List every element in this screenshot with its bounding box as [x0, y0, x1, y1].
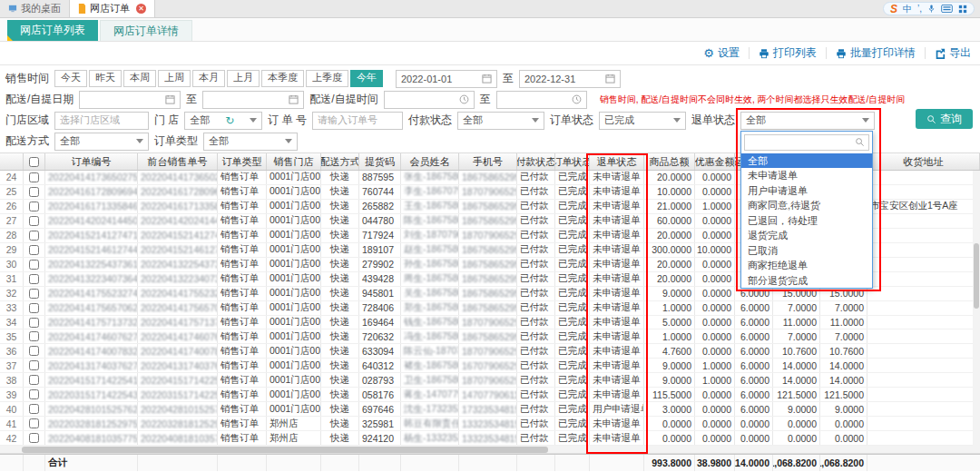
row-checkbox[interactable] — [29, 231, 39, 241]
period-button[interactable]: 本季度 — [261, 70, 304, 87]
table-row[interactable]: 3820220415171422541820220415171422541801… — [0, 373, 980, 388]
close-icon[interactable]: ✕ — [136, 4, 146, 14]
vertical-scrollbar[interactable] — [973, 171, 980, 446]
refresh-icon[interactable]: ↻ — [225, 114, 234, 127]
table-row[interactable]: 3920220315171422543420220315171422543401… — [0, 388, 980, 402]
period-button[interactable]: 上月 — [227, 70, 260, 87]
row-checkbox[interactable] — [29, 346, 39, 356]
row-checkbox[interactable] — [29, 172, 39, 182]
row-checkbox[interactable] — [29, 289, 39, 299]
table-row[interactable]: 4220220408181035775320220408181035775301… — [0, 431, 980, 446]
dropdown-option[interactable]: 部分退货完成 — [741, 273, 872, 289]
sales-date-from-input[interactable]: 2022-01-01 — [396, 70, 497, 88]
row-checkbox[interactable] — [29, 418, 39, 428]
table-row[interactable]: 3320220414175657062520220414175657062501… — [0, 301, 980, 316]
table-row[interactable]: 3520220414174607627420220414174607627401… — [0, 329, 980, 344]
export-button[interactable]: 导出 — [935, 45, 971, 61]
dropdown-option[interactable]: 商家同意,待退货 — [741, 198, 872, 213]
table-row[interactable]: 4120220328181252975020220328181252975001… — [0, 417, 980, 431]
refund-status-select[interactable]: 全部 — [740, 112, 875, 130]
order-status-select[interactable]: 已完成 — [599, 112, 686, 130]
row-checkbox[interactable] — [29, 303, 39, 313]
cell-sale: 20220416172809694101 — [138, 185, 218, 199]
table-row[interactable]: 3720220413174037627420220413174037627401… — [0, 359, 980, 373]
cell-phone: 18675865295 — [459, 258, 517, 271]
col-header-sale: 前台销售单号 — [138, 153, 218, 170]
table-row[interactable]: 3620220414174007832720220414174007832701… — [0, 344, 980, 359]
ime-toolbar[interactable]: S 中 ’, — [883, 2, 975, 15]
table-row[interactable]: 4020220428101525762520220428101525762501… — [0, 402, 980, 417]
vertical-scrollbar-thumb[interactable] — [974, 243, 979, 309]
row-checkbox[interactable] — [29, 260, 39, 270]
cell-order: 202204131740376274 — [45, 359, 138, 372]
dropdown-option[interactable]: 未申请退单 — [741, 168, 872, 183]
dropdown-option[interactable]: 已取消 — [741, 243, 872, 259]
cell-dlv: 快递 — [321, 171, 359, 184]
delivery-date-to-input[interactable] — [202, 91, 304, 109]
select-all-checkbox[interactable] — [29, 157, 39, 167]
pay-status-select[interactable]: 全部 — [457, 112, 544, 130]
microphone-icon[interactable] — [927, 4, 936, 14]
cell-pay: 已付款 — [517, 214, 555, 228]
store-select[interactable]: 全部 ↻ — [184, 112, 262, 130]
keyboard-icon[interactable] — [941, 5, 953, 13]
ime-punctuation-icon[interactable]: ’, — [917, 4, 922, 14]
row-checkbox[interactable] — [29, 202, 39, 211]
row-checkbox[interactable] — [29, 216, 39, 226]
delivery-date-from-input[interactable] — [79, 91, 181, 109]
cell-a1: 14.0000 — [773, 373, 820, 387]
period-button[interactable]: 今天 — [54, 70, 87, 87]
row-checkbox[interactable] — [29, 318, 39, 328]
order-type-select[interactable]: 全部 — [203, 133, 298, 151]
dropdown-option[interactable]: 商家拒绝退单 — [741, 258, 872, 273]
sales-date-to-input[interactable]: 2022-12-31 — [519, 70, 621, 88]
dropdown-option[interactable]: 全部 — [741, 153, 872, 169]
order-no-input[interactable]: 请输入订单号 — [312, 112, 403, 130]
ime-language-icon[interactable]: 中 — [903, 3, 912, 15]
period-button[interactable]: 本月 — [192, 70, 225, 87]
row-checkbox[interactable] — [29, 245, 39, 255]
tab-order-list[interactable]: 网店订单列表 — [7, 20, 98, 41]
dropdown-option[interactable]: 退货完成 — [741, 228, 872, 243]
toolbox-icon[interactable] — [958, 5, 967, 14]
period-button[interactable]: 上周 — [158, 70, 191, 87]
tab-online-orders[interactable]: 网店订单 ✕ — [69, 0, 155, 17]
horizontal-scrollbar-thumb[interactable] — [22, 447, 548, 453]
delivery-time-from-input[interactable] — [384, 91, 475, 109]
dropdown-option[interactable]: 已退回，待处理 — [741, 213, 872, 229]
horizontal-scrollbar[interactable] — [0, 446, 980, 454]
row-checkbox[interactable] — [29, 187, 39, 197]
row-checkbox[interactable] — [29, 375, 39, 385]
tab-order-detail[interactable]: 网店订单详情 — [100, 20, 192, 41]
batch-print-button[interactable]: 批量打印详情 — [836, 45, 916, 61]
cell-num: 27 — [0, 214, 24, 228]
cell-addr — [867, 229, 980, 242]
row-checkbox[interactable] — [29, 433, 39, 443]
cell-chk — [24, 287, 45, 300]
table-row[interactable]: 3220220414175523274820220414175523274801… — [0, 287, 980, 301]
store-area-input[interactable]: 选择门店区域 — [54, 112, 149, 130]
table-row[interactable]: 3420220414175713732720220414175713732701… — [0, 316, 980, 330]
dropdown-option[interactable]: 用户申请退单 — [741, 183, 872, 199]
cell-a2: 14.0000 — [820, 373, 867, 387]
row-checkbox[interactable] — [29, 331, 39, 341]
period-button[interactable]: 昨天 — [89, 70, 122, 87]
cell-pay: 已付款 — [517, 243, 555, 257]
settings-button[interactable]: ⚙ 设置 — [703, 45, 740, 61]
row-checkbox[interactable] — [29, 389, 39, 399]
row-checkbox[interactable] — [29, 274, 39, 284]
search-button[interactable]: 查询 — [916, 109, 973, 129]
dropdown-search-input[interactable] — [744, 134, 869, 151]
print-list-button[interactable]: 打印列表 — [759, 45, 817, 61]
tab-my-desktop[interactable]: 我的桌面 — [0, 0, 69, 17]
cell-type: 销售订单 — [218, 316, 267, 329]
period-button[interactable]: 今年 — [350, 70, 383, 87]
period-button[interactable]: 本周 — [123, 70, 156, 87]
sogou-logo-icon[interactable]: S — [890, 3, 897, 15]
delivery-method-select[interactable]: 全部 — [54, 133, 149, 151]
period-button[interactable]: 上季度 — [306, 70, 348, 87]
cell-sale: 20220414202414450301 — [138, 214, 218, 228]
row-checkbox[interactable] — [29, 404, 39, 414]
row-checkbox[interactable] — [29, 360, 39, 370]
delivery-time-to-input[interactable] — [496, 91, 587, 109]
